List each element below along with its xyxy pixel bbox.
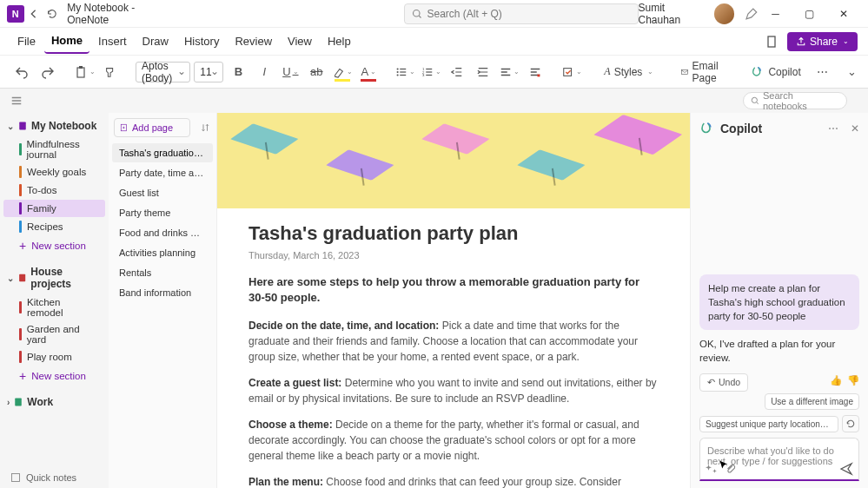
menu-home[interactable]: Home xyxy=(44,29,89,54)
menu-view[interactable]: View xyxy=(281,30,319,53)
page-item[interactable]: Tasha's graduation par... xyxy=(112,143,213,162)
underline-button[interactable]: U⌄ xyxy=(279,61,301,83)
highlight-button[interactable]: ⌄ xyxy=(331,61,354,83)
copilot-icon xyxy=(751,65,765,79)
bullets-button[interactable]: ⌄ xyxy=(394,61,416,83)
search-icon xyxy=(412,9,422,19)
page-item[interactable]: Party theme xyxy=(112,203,213,222)
more-options-button[interactable]: ⋯ xyxy=(812,61,834,83)
copilot-suggestion[interactable]: Suggest unique party locations in Seattl… xyxy=(699,416,838,432)
thumbs-down-icon[interactable]: 👎 xyxy=(847,373,859,387)
page-item[interactable]: Activities planning xyxy=(112,243,213,262)
paste-button[interactable]: ⌄ xyxy=(73,61,96,83)
plus-icon: + xyxy=(19,369,26,383)
sparkle-icon[interactable] xyxy=(706,463,718,475)
new-section-button-2[interactable]: +New section xyxy=(3,366,105,386)
close-icon[interactable]: ✕ xyxy=(851,122,859,135)
tag-button[interactable]: ⌄ xyxy=(560,61,583,83)
more-icon[interactable]: ⋯ xyxy=(828,122,838,135)
clear-formatting-button[interactable] xyxy=(524,61,547,83)
page-item[interactable]: Guest list xyxy=(112,183,213,202)
doc-intro[interactable]: Here are some steps to help you throw a … xyxy=(248,274,659,306)
italic-button[interactable]: I xyxy=(253,61,275,83)
bold-button[interactable]: B xyxy=(227,61,249,83)
doc-paragraph[interactable]: Create a guest list: Determine who you w… xyxy=(248,375,659,406)
page-item[interactable]: Band information xyxy=(112,283,213,302)
account-area[interactable]: Sumit Chauhan xyxy=(639,2,759,26)
window-maximize-button[interactable]: ▢ xyxy=(792,0,826,28)
menu-insert[interactable]: Insert xyxy=(91,30,134,53)
hamburger-icon[interactable] xyxy=(10,95,23,107)
page-item[interactable]: Food and drinks menu xyxy=(112,223,213,242)
copilot-ribbon-button[interactable]: Copilot xyxy=(744,61,807,83)
user-avatar-icon[interactable] xyxy=(714,3,735,24)
section-family[interactable]: Family xyxy=(3,200,105,217)
add-page-button[interactable]: Add page xyxy=(114,118,190,137)
doc-paragraph[interactable]: Choose a theme: Decide on a theme for th… xyxy=(248,417,659,464)
menu-review[interactable]: Review xyxy=(228,30,279,53)
new-section-button[interactable]: +New section xyxy=(3,236,105,255)
document-body[interactable]: Tasha's graduation party plan Thursday, … xyxy=(217,208,690,488)
indent-button[interactable] xyxy=(472,61,494,83)
window-close-button[interactable]: ✕ xyxy=(827,0,861,28)
app-search-input[interactable]: Search (Alt + Q) xyxy=(404,3,639,24)
quick-notes-button[interactable]: Quick notes xyxy=(10,472,76,483)
ribbon-toolbar: ⌄ Aptos (Body) 11 B I U⌄ ab ⌄ A⌄ ⌄ 123⌄ … xyxy=(0,56,868,89)
share-button[interactable]: Share ⌄ xyxy=(787,32,858,51)
email-page-button[interactable]: Email Page xyxy=(674,61,730,83)
section-recipes[interactable]: Recipes xyxy=(3,218,105,235)
notebook-header-work[interactable]: › Work xyxy=(0,392,109,412)
align-button[interactable]: ⌄ xyxy=(498,61,520,83)
notebook-header-mynotebook[interactable]: ⌄ My Notebook xyxy=(0,116,109,135)
format-painter-button[interactable] xyxy=(99,61,122,83)
section-todos[interactable]: To-dos xyxy=(3,181,105,199)
undo-button[interactable] xyxy=(10,61,33,83)
attach-icon[interactable] xyxy=(725,463,737,475)
copilot-input[interactable]: Describe what you'd like to do next, or … xyxy=(699,438,859,481)
send-icon[interactable] xyxy=(839,462,853,476)
page-item[interactable]: Rentals xyxy=(112,263,213,282)
bookmark-icon[interactable] xyxy=(765,35,779,49)
styles-button[interactable]: A Styles⌄ xyxy=(597,61,660,83)
menu-draw[interactable]: Draw xyxy=(136,30,176,53)
redo-button[interactable] xyxy=(36,61,59,83)
back-icon[interactable] xyxy=(28,8,40,20)
window-minimize-button[interactable]: ─ xyxy=(759,0,792,28)
strikethrough-button[interactable]: ab xyxy=(305,61,328,83)
section-mindfulness[interactable]: Mindfulness journal xyxy=(3,136,105,162)
thumbs-up-icon[interactable]: 👍 xyxy=(830,373,842,387)
add-page-icon xyxy=(120,123,129,132)
document-canvas[interactable]: Tasha's graduation party plan Thursday, … xyxy=(217,113,690,488)
menu-history[interactable]: History xyxy=(177,30,226,53)
menu-help[interactable]: Help xyxy=(321,30,358,53)
refresh-icon[interactable] xyxy=(46,8,58,20)
outdent-button[interactable] xyxy=(446,61,468,83)
svg-rect-15 xyxy=(16,399,23,406)
menu-file[interactable]: File xyxy=(10,30,43,53)
notebook-header-house[interactable]: ⌄ House projects xyxy=(0,262,109,293)
ribbon-collapse-button[interactable]: ⌄ xyxy=(841,61,864,83)
pen-icon[interactable] xyxy=(745,7,759,21)
refresh-suggestions-button[interactable] xyxy=(842,415,859,432)
section-weekly-goals[interactable]: Weekly goals xyxy=(3,163,105,181)
email-icon xyxy=(681,66,688,78)
title-bar: N My Notebook - OneNote Search (Alt + Q)… xyxy=(0,0,868,28)
search-notebooks-input[interactable]: Search notebooks xyxy=(743,92,847,109)
numbering-button[interactable]: 123⌄ xyxy=(420,61,442,83)
font-color-button[interactable]: A⌄ xyxy=(357,61,380,83)
doc-paragraph[interactable]: Plan the menu: Choose food and drinks th… xyxy=(248,474,659,488)
copilot-user-message: Help me create a plan for Tasha's high s… xyxy=(699,274,859,330)
page-item[interactable]: Party date, time and locat... xyxy=(112,163,213,182)
doc-paragraph[interactable]: Decide on the date, time, and location: … xyxy=(248,318,659,365)
copilot-undo-button[interactable]: ↶ Undo xyxy=(699,373,748,392)
section-kitchen[interactable]: Kitchen remodel xyxy=(3,294,105,320)
svg-rect-1 xyxy=(768,36,775,47)
section-garden[interactable]: Garden and yard xyxy=(3,321,105,347)
font-size-select[interactable]: 11 xyxy=(194,62,223,82)
user-name: Sumit Chauhan xyxy=(639,2,709,26)
section-playroom[interactable]: Play room xyxy=(3,348,105,366)
page-title[interactable]: Tasha's graduation party plan xyxy=(248,222,659,245)
sort-icon[interactable] xyxy=(201,122,211,133)
copilot-suggestion[interactable]: Use a different image xyxy=(765,393,859,410)
font-family-select[interactable]: Aptos (Body) xyxy=(136,62,190,82)
